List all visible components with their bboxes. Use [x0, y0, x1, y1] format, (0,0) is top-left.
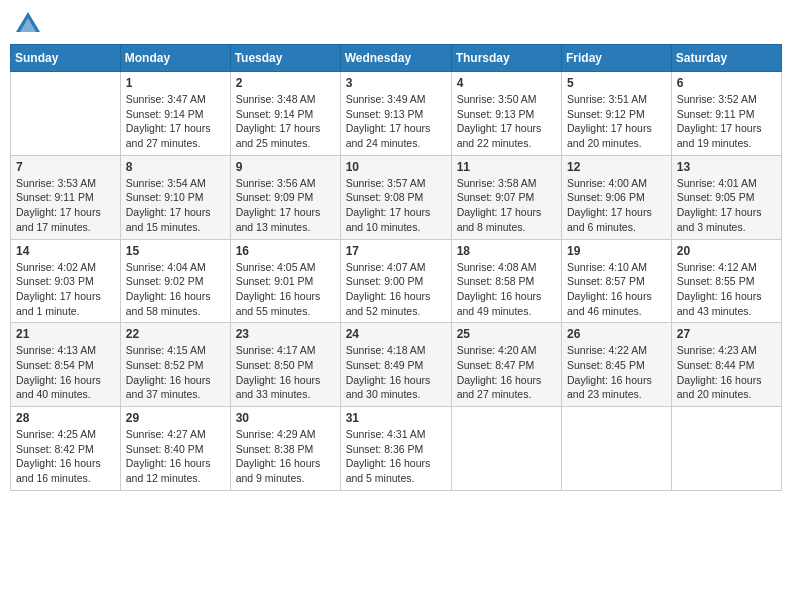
- calendar-cell: [11, 72, 121, 156]
- day-number: 22: [126, 327, 225, 341]
- day-info: Sunrise: 3:56 AMSunset: 9:09 PMDaylight:…: [236, 176, 335, 235]
- day-info: Sunrise: 4:05 AMSunset: 9:01 PMDaylight:…: [236, 260, 335, 319]
- weekday-header-sunday: Sunday: [11, 45, 121, 72]
- day-number: 6: [677, 76, 776, 90]
- day-number: 9: [236, 160, 335, 174]
- calendar-cell: 17Sunrise: 4:07 AMSunset: 9:00 PMDayligh…: [340, 239, 451, 323]
- calendar-cell: 24Sunrise: 4:18 AMSunset: 8:49 PMDayligh…: [340, 323, 451, 407]
- day-info: Sunrise: 3:54 AMSunset: 9:10 PMDaylight:…: [126, 176, 225, 235]
- week-row-2: 7Sunrise: 3:53 AMSunset: 9:11 PMDaylight…: [11, 155, 782, 239]
- day-info: Sunrise: 3:48 AMSunset: 9:14 PMDaylight:…: [236, 92, 335, 151]
- day-number: 13: [677, 160, 776, 174]
- day-number: 21: [16, 327, 115, 341]
- calendar-cell: 25Sunrise: 4:20 AMSunset: 8:47 PMDayligh…: [451, 323, 561, 407]
- day-info: Sunrise: 3:53 AMSunset: 9:11 PMDaylight:…: [16, 176, 115, 235]
- calendar-cell: 15Sunrise: 4:04 AMSunset: 9:02 PMDayligh…: [120, 239, 230, 323]
- weekday-header-monday: Monday: [120, 45, 230, 72]
- day-info: Sunrise: 4:07 AMSunset: 9:00 PMDaylight:…: [346, 260, 446, 319]
- day-info: Sunrise: 4:23 AMSunset: 8:44 PMDaylight:…: [677, 343, 776, 402]
- day-info: Sunrise: 4:22 AMSunset: 8:45 PMDaylight:…: [567, 343, 666, 402]
- day-info: Sunrise: 4:02 AMSunset: 9:03 PMDaylight:…: [16, 260, 115, 319]
- calendar-cell: 27Sunrise: 4:23 AMSunset: 8:44 PMDayligh…: [671, 323, 781, 407]
- week-row-4: 21Sunrise: 4:13 AMSunset: 8:54 PMDayligh…: [11, 323, 782, 407]
- weekday-header-thursday: Thursday: [451, 45, 561, 72]
- day-info: Sunrise: 4:12 AMSunset: 8:55 PMDaylight:…: [677, 260, 776, 319]
- calendar-cell: 22Sunrise: 4:15 AMSunset: 8:52 PMDayligh…: [120, 323, 230, 407]
- day-number: 24: [346, 327, 446, 341]
- day-number: 2: [236, 76, 335, 90]
- week-row-5: 28Sunrise: 4:25 AMSunset: 8:42 PMDayligh…: [11, 407, 782, 491]
- calendar-cell: 31Sunrise: 4:31 AMSunset: 8:36 PMDayligh…: [340, 407, 451, 491]
- day-info: Sunrise: 4:18 AMSunset: 8:49 PMDaylight:…: [346, 343, 446, 402]
- day-info: Sunrise: 4:08 AMSunset: 8:58 PMDaylight:…: [457, 260, 556, 319]
- calendar-cell: 19Sunrise: 4:10 AMSunset: 8:57 PMDayligh…: [562, 239, 672, 323]
- calendar-cell: 13Sunrise: 4:01 AMSunset: 9:05 PMDayligh…: [671, 155, 781, 239]
- day-info: Sunrise: 3:57 AMSunset: 9:08 PMDaylight:…: [346, 176, 446, 235]
- day-info: Sunrise: 3:58 AMSunset: 9:07 PMDaylight:…: [457, 176, 556, 235]
- calendar-cell: 10Sunrise: 3:57 AMSunset: 9:08 PMDayligh…: [340, 155, 451, 239]
- calendar-cell: 29Sunrise: 4:27 AMSunset: 8:40 PMDayligh…: [120, 407, 230, 491]
- calendar-cell: 16Sunrise: 4:05 AMSunset: 9:01 PMDayligh…: [230, 239, 340, 323]
- day-number: 30: [236, 411, 335, 425]
- day-number: 25: [457, 327, 556, 341]
- day-info: Sunrise: 4:15 AMSunset: 8:52 PMDaylight:…: [126, 343, 225, 402]
- day-number: 20: [677, 244, 776, 258]
- day-number: 27: [677, 327, 776, 341]
- calendar-cell: 30Sunrise: 4:29 AMSunset: 8:38 PMDayligh…: [230, 407, 340, 491]
- day-info: Sunrise: 3:47 AMSunset: 9:14 PMDaylight:…: [126, 92, 225, 151]
- calendar-table: SundayMondayTuesdayWednesdayThursdayFrid…: [10, 44, 782, 491]
- calendar-cell: 11Sunrise: 3:58 AMSunset: 9:07 PMDayligh…: [451, 155, 561, 239]
- calendar-cell: [451, 407, 561, 491]
- calendar-cell: 1Sunrise: 3:47 AMSunset: 9:14 PMDaylight…: [120, 72, 230, 156]
- day-info: Sunrise: 4:04 AMSunset: 9:02 PMDaylight:…: [126, 260, 225, 319]
- day-number: 28: [16, 411, 115, 425]
- calendar-cell: 28Sunrise: 4:25 AMSunset: 8:42 PMDayligh…: [11, 407, 121, 491]
- calendar-cell: 21Sunrise: 4:13 AMSunset: 8:54 PMDayligh…: [11, 323, 121, 407]
- day-info: Sunrise: 4:27 AMSunset: 8:40 PMDaylight:…: [126, 427, 225, 486]
- day-info: Sunrise: 4:20 AMSunset: 8:47 PMDaylight:…: [457, 343, 556, 402]
- calendar-cell: 4Sunrise: 3:50 AMSunset: 9:13 PMDaylight…: [451, 72, 561, 156]
- weekday-header-wednesday: Wednesday: [340, 45, 451, 72]
- day-info: Sunrise: 4:13 AMSunset: 8:54 PMDaylight:…: [16, 343, 115, 402]
- page-header: [10, 10, 782, 38]
- day-info: Sunrise: 4:29 AMSunset: 8:38 PMDaylight:…: [236, 427, 335, 486]
- day-number: 31: [346, 411, 446, 425]
- day-info: Sunrise: 3:51 AMSunset: 9:12 PMDaylight:…: [567, 92, 666, 151]
- day-number: 12: [567, 160, 666, 174]
- calendar-cell: [562, 407, 672, 491]
- day-number: 16: [236, 244, 335, 258]
- day-number: 29: [126, 411, 225, 425]
- day-info: Sunrise: 4:17 AMSunset: 8:50 PMDaylight:…: [236, 343, 335, 402]
- calendar-cell: 2Sunrise: 3:48 AMSunset: 9:14 PMDaylight…: [230, 72, 340, 156]
- calendar-cell: 18Sunrise: 4:08 AMSunset: 8:58 PMDayligh…: [451, 239, 561, 323]
- day-number: 14: [16, 244, 115, 258]
- day-info: Sunrise: 4:10 AMSunset: 8:57 PMDaylight:…: [567, 260, 666, 319]
- day-info: Sunrise: 4:00 AMSunset: 9:06 PMDaylight:…: [567, 176, 666, 235]
- calendar-cell: 26Sunrise: 4:22 AMSunset: 8:45 PMDayligh…: [562, 323, 672, 407]
- day-number: 18: [457, 244, 556, 258]
- weekday-header-row: SundayMondayTuesdayWednesdayThursdayFrid…: [11, 45, 782, 72]
- day-number: 7: [16, 160, 115, 174]
- day-number: 4: [457, 76, 556, 90]
- day-number: 15: [126, 244, 225, 258]
- day-info: Sunrise: 3:49 AMSunset: 9:13 PMDaylight:…: [346, 92, 446, 151]
- day-info: Sunrise: 4:01 AMSunset: 9:05 PMDaylight:…: [677, 176, 776, 235]
- day-info: Sunrise: 3:52 AMSunset: 9:11 PMDaylight:…: [677, 92, 776, 151]
- weekday-header-saturday: Saturday: [671, 45, 781, 72]
- logo-icon: [14, 10, 42, 38]
- logo: [14, 10, 46, 38]
- calendar-cell: 20Sunrise: 4:12 AMSunset: 8:55 PMDayligh…: [671, 239, 781, 323]
- day-number: 8: [126, 160, 225, 174]
- calendar-cell: 9Sunrise: 3:56 AMSunset: 9:09 PMDaylight…: [230, 155, 340, 239]
- calendar-cell: 8Sunrise: 3:54 AMSunset: 9:10 PMDaylight…: [120, 155, 230, 239]
- day-number: 1: [126, 76, 225, 90]
- day-number: 19: [567, 244, 666, 258]
- day-info: Sunrise: 3:50 AMSunset: 9:13 PMDaylight:…: [457, 92, 556, 151]
- day-info: Sunrise: 4:25 AMSunset: 8:42 PMDaylight:…: [16, 427, 115, 486]
- day-number: 23: [236, 327, 335, 341]
- calendar-cell: 12Sunrise: 4:00 AMSunset: 9:06 PMDayligh…: [562, 155, 672, 239]
- calendar-cell: [671, 407, 781, 491]
- day-number: 11: [457, 160, 556, 174]
- calendar-cell: 23Sunrise: 4:17 AMSunset: 8:50 PMDayligh…: [230, 323, 340, 407]
- calendar-cell: 5Sunrise: 3:51 AMSunset: 9:12 PMDaylight…: [562, 72, 672, 156]
